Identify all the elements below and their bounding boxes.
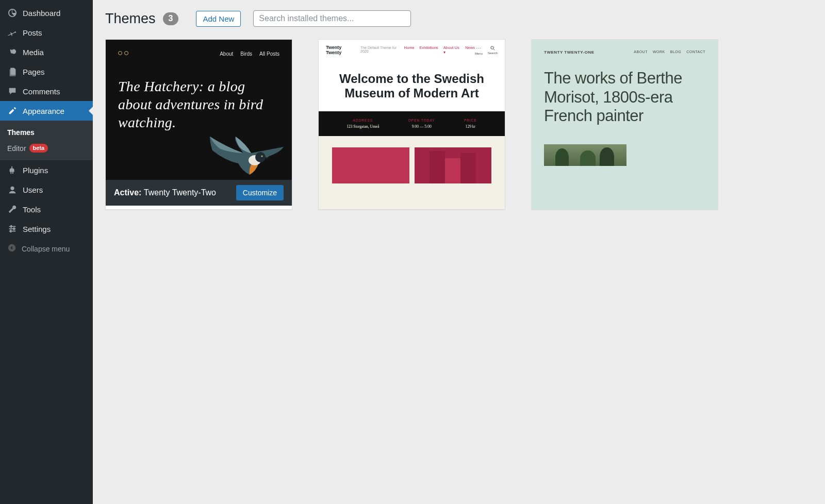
theme-card-twenty-twenty-one[interactable]: TWENTY TWENTY-ONE ABOUT WORK BLOG CONTAC…: [531, 39, 718, 210]
sidebar-item-label: Posts: [23, 28, 42, 37]
svg-rect-2: [9, 226, 16, 227]
active-label: Active:: [114, 188, 141, 197]
collapse-menu[interactable]: Collapse menu: [0, 239, 93, 259]
preview-headline: The works of Berthe Morisot, 1800s-era F…: [544, 69, 705, 126]
svg-point-1: [10, 187, 14, 190]
svg-point-0: [11, 49, 16, 54]
sidebar-item-plugins[interactable]: Plugins: [0, 160, 93, 180]
theme-preview: About Birds All Posts The Hatchery: a bl…: [106, 40, 292, 180]
svg-rect-6: [13, 227, 15, 230]
logo-icon: [118, 51, 128, 57]
preview-nav: ABOUT WORK BLOG CONTACT: [634, 50, 705, 55]
svg-point-11: [261, 155, 262, 157]
page-header: Themes 3 Add New: [105, 10, 813, 27]
tools-icon: [7, 204, 18, 214]
sidebar-item-media[interactable]: Media: [0, 42, 93, 62]
sidebar-item-users[interactable]: Users: [0, 180, 93, 199]
submenu-item-themes[interactable]: Themes: [0, 125, 93, 140]
appearance-icon: [7, 106, 18, 116]
sidebar-item-label: Media: [23, 48, 44, 57]
theme-card-twenty-twenty[interactable]: Twenty Twenty The Default Theme for 2020…: [318, 39, 505, 210]
sidebar-item-comments[interactable]: Comments: [0, 81, 93, 101]
bird-illustration: [207, 132, 285, 179]
sidebar-item-appearance[interactable]: Appearance: [0, 101, 93, 121]
svg-point-12: [491, 46, 493, 48]
theme-preview: TWENTY TWENTY-ONE ABOUT WORK BLOG CONTAC…: [532, 40, 718, 209]
sidebar-item-tools[interactable]: Tools: [0, 199, 93, 219]
pin-icon: [7, 27, 18, 38]
theme-grid: About Birds All Posts The Hatchery: a bl…: [105, 39, 813, 210]
submenu-item-editor[interactable]: Editor beta: [0, 140, 93, 156]
theme-name: Twenty Twenty-Two: [144, 188, 216, 197]
sidebar-item-label: Users: [23, 186, 43, 194]
plugins-icon: [7, 165, 18, 175]
search-input-wrap: [253, 10, 411, 27]
sidebar-item-label: Tools: [23, 205, 41, 214]
svg-rect-7: [10, 230, 12, 232]
sidebar-item-label: Appearance: [23, 107, 64, 115]
beta-badge: beta: [29, 144, 48, 153]
collapse-icon: [7, 243, 16, 254]
sidebar-item-pages[interactable]: Pages: [0, 62, 93, 81]
page-title: Themes: [105, 11, 156, 27]
painting-thumbnail: [544, 144, 626, 166]
search-icon: Search: [488, 46, 498, 55]
admin-sidebar: Dashboard Posts Media Pages Comments: [0, 0, 93, 504]
sidebar-item-label: Dashboard: [23, 9, 60, 18]
sidebar-item-dashboard[interactable]: Dashboard: [0, 3, 93, 23]
theme-card-footer: Twenty Twenty: [319, 209, 505, 210]
dashboard-icon: [7, 8, 18, 18]
media-icon: [7, 47, 18, 57]
search-input[interactable]: [253, 10, 411, 27]
theme-card-footer: Active: Twenty Twenty-Two Customize: [106, 180, 292, 206]
preview-nav: Home Exhibitions About Us ▾ News: [404, 45, 475, 55]
customize-button[interactable]: Customize: [236, 185, 284, 200]
preview-headline: The Hatchery: a blog about adventures in…: [118, 77, 279, 131]
theme-preview: Twenty Twenty The Default Theme for 2020…: [319, 40, 505, 209]
theme-card-twenty-twenty-two[interactable]: About Birds All Posts The Hatchery: a bl…: [105, 39, 292, 210]
theme-count-badge: 3: [163, 12, 179, 25]
menu-icon: ⋯Menu: [475, 45, 483, 55]
users-icon: [7, 184, 18, 195]
sidebar-item-label: Pages: [23, 68, 45, 76]
sidebar-item-label: Comments: [23, 87, 60, 96]
main-content: Themes 3 Add New About Birds All Posts: [93, 0, 825, 504]
svg-rect-5: [10, 225, 12, 228]
add-new-button[interactable]: Add New: [196, 11, 241, 27]
preview-nav: About Birds All Posts: [220, 51, 279, 57]
preview-headline: Welcome to the Swedish Museum of Modern …: [319, 60, 505, 111]
sidebar-item-posts[interactable]: Posts: [0, 23, 93, 42]
pages-icon: [7, 66, 18, 77]
comments-icon: [7, 86, 18, 96]
theme-card-footer: Twenty Twenty-One: [532, 209, 718, 210]
svg-point-10: [255, 152, 266, 162]
sidebar-item-settings[interactable]: Settings: [0, 219, 93, 239]
appearance-submenu: Themes Editor beta: [0, 121, 93, 160]
sidebar-item-label: Settings: [23, 225, 51, 233]
sidebar-item-label: Plugins: [23, 166, 48, 175]
settings-icon: [7, 224, 18, 234]
